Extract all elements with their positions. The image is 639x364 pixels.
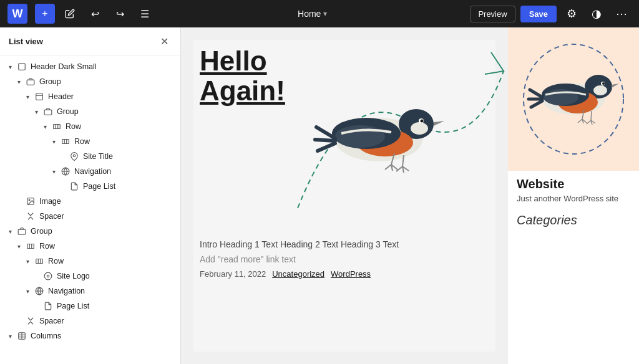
- bird-panel-inner: [517, 40, 630, 158]
- columns-icon: [16, 330, 27, 342]
- page-icon: [16, 61, 27, 72]
- more-button[interactable]: ⋯: [612, 4, 632, 24]
- main-heading[interactable]: Hello Again!: [200, 46, 285, 107]
- list-view-sidebar: List view ✕ ▾ Header Dark Small ▾ Group: [0, 27, 181, 364]
- svg-rect-11: [18, 229, 26, 234]
- toolbar-right: Preview Save ⚙ ◑ ⋯: [470, 4, 632, 24]
- sidebar-header: List view ✕: [0, 27, 180, 55]
- tree-label: Row: [48, 257, 64, 266]
- tree-item-site-title[interactable]: ▾ Site Title: [0, 149, 180, 164]
- svg-point-24: [335, 125, 385, 148]
- undo-button[interactable]: ↩: [85, 4, 105, 24]
- svg-rect-4: [54, 125, 61, 129]
- add-block-button[interactable]: +: [35, 4, 55, 24]
- right-panel: Website Just another WordPress site Cate…: [508, 27, 639, 364]
- sidebar-title: List view: [9, 37, 43, 46]
- categories-heading: Categories: [517, 213, 630, 228]
- tree-label: Page List: [57, 302, 89, 310]
- tree-item-row-2[interactable]: ▾ Row: [0, 254, 180, 269]
- svg-rect-5: [62, 140, 69, 144]
- svg-rect-3: [44, 110, 52, 115]
- spacer-icon: [25, 211, 36, 222]
- style-button[interactable]: ◑: [587, 4, 607, 24]
- site-tagline: Just another WordPress site: [517, 194, 630, 203]
- tree-item-page-list-2[interactable]: ▾ Page List: [0, 299, 180, 314]
- main-layout: List view ✕ ▾ Header Dark Small ▾ Group: [0, 27, 639, 364]
- tree-item-group-1[interactable]: ▾ Group: [0, 74, 180, 89]
- row-icon: [34, 256, 45, 267]
- svg-point-6: [73, 155, 76, 157]
- bird-panel: [508, 27, 639, 171]
- group-icon: [16, 226, 27, 237]
- edit-button[interactable]: [60, 4, 80, 24]
- tree-container[interactable]: ▾ Header Dark Small ▾ Group ▾: [0, 55, 180, 364]
- post-heading: Intro Heading 1 Text Heading 2 Text Head…: [200, 239, 489, 249]
- spacer-icon: [25, 315, 36, 327]
- tree-item-navigation-2[interactable]: ▾ Navigation: [0, 284, 180, 299]
- page-list-icon: [42, 300, 54, 312]
- tree-item-group-3[interactable]: ▾ Group: [0, 104, 180, 119]
- tree-item-group-0[interactable]: ▾ Group: [0, 224, 180, 239]
- tree-item-spacer-1[interactable]: ▾ Spacer: [0, 209, 180, 224]
- tree-item-spacer-2[interactable]: ▾ Spacer: [0, 314, 180, 328]
- location-icon: [69, 151, 80, 162]
- redo-button[interactable]: ↪: [110, 4, 130, 24]
- logo-icon: [42, 271, 54, 282]
- svg-rect-12: [27, 244, 34, 249]
- post-meta-section: Intro Heading 1 Text Heading 2 Text Head…: [193, 233, 495, 287]
- save-button[interactable]: Save: [520, 6, 557, 22]
- svg-rect-0: [19, 64, 26, 70]
- canvas-inner: Hello Again!: [193, 40, 495, 352]
- panel-bird-svg: [527, 59, 620, 133]
- chevron-icon: ▾: [5, 64, 15, 70]
- post-meta: February 11, 2022 Uncategorized WordPres…: [200, 269, 489, 279]
- nav-icon: [60, 166, 71, 177]
- svg-rect-13: [36, 259, 43, 264]
- tree-item-navigation[interactable]: ▾ Navigation: [0, 164, 180, 179]
- nav-menu[interactable]: Home ▾: [298, 9, 327, 19]
- toolbar: W + ↩ ↪ ☰ Home ▾ Preview Save ⚙ ◑ ⋯: [0, 0, 639, 27]
- svg-point-15: [47, 275, 49, 277]
- tree-item-header-dark-small[interactable]: ▾ Header Dark Small: [0, 59, 180, 74]
- canvas-area[interactable]: Hello Again!: [181, 27, 508, 364]
- tree-item-row-4[interactable]: ▾ Row: [0, 119, 180, 134]
- svg-rect-2: [36, 93, 43, 100]
- row-icon: [25, 241, 36, 252]
- list-view-button[interactable]: ☰: [135, 4, 155, 24]
- settings-button[interactable]: ⚙: [562, 4, 582, 24]
- tree-label: Page List: [83, 182, 115, 191]
- tree-label: Navigation: [74, 167, 111, 176]
- tree-label: Columns: [31, 332, 61, 340]
- svg-point-21: [411, 122, 428, 135]
- tree-item-site-logo[interactable]: ▾ Site Logo: [0, 269, 180, 284]
- post-tag-link[interactable]: WordPress: [331, 269, 371, 279]
- close-sidebar-button[interactable]: ✕: [157, 34, 172, 49]
- tree-item-row-1[interactable]: ▾ Row: [0, 239, 180, 254]
- tree-label: Navigation: [48, 287, 85, 295]
- svg-point-35: [602, 82, 605, 85]
- hello-section: Hello Again!: [193, 40, 495, 233]
- svg-point-30: [593, 85, 607, 95]
- bird-illustration: [310, 84, 447, 183]
- svg-rect-1: [27, 80, 34, 85]
- tree-item-image[interactable]: ▾ Image: [0, 194, 180, 209]
- tree-label: Group: [57, 107, 79, 116]
- preview-button[interactable]: Preview: [470, 6, 515, 22]
- svg-point-10: [29, 199, 30, 201]
- nav-icon: [34, 285, 45, 297]
- chevron-down-icon: ▾: [323, 9, 327, 18]
- wp-logo-icon[interactable]: W: [7, 4, 27, 24]
- tree-item-page-list-1[interactable]: ▾ Page List: [0, 179, 180, 194]
- tree-label: Row: [74, 137, 90, 146]
- svg-point-26: [420, 120, 423, 123]
- tree-item-columns[interactable]: ▾ Columns: [0, 328, 180, 343]
- tree-item-row-5[interactable]: ▾ Row: [0, 134, 180, 149]
- tree-label: Site Title: [83, 152, 113, 161]
- row-icon: [51, 121, 62, 132]
- page-list-icon: [69, 181, 80, 192]
- tree-item-header[interactable]: ▾ Header: [0, 89, 180, 104]
- post-category-link[interactable]: Uncategorized: [272, 269, 324, 279]
- tree-label: Image: [39, 197, 61, 206]
- tree-label: Spacer: [39, 317, 64, 325]
- hello-text-col: Hello Again!: [200, 46, 285, 113]
